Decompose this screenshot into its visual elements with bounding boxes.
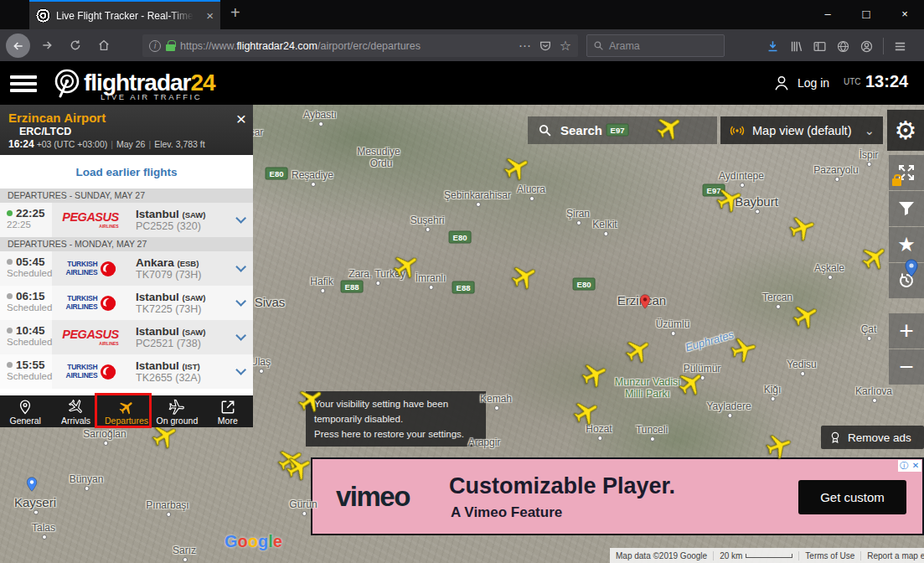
map-view-dropdown[interactable]: Map view (default) ⌄	[720, 116, 883, 144]
tab-on-ground[interactable]: On ground	[152, 395, 202, 427]
tab-more[interactable]: More	[203, 395, 253, 427]
visibility-tooltip[interactable]: Your visibility setting have been tempor…	[306, 391, 486, 447]
flight-time: 15:55Scheduled	[0, 354, 52, 389]
reload-icon	[69, 39, 82, 52]
new-tab-button[interactable]: +	[230, 3, 240, 23]
map-label: Aybastı	[303, 109, 337, 121]
status-dot	[7, 259, 13, 265]
adchoices-info-icon[interactable]: ⓘ	[898, 460, 910, 472]
map-settings-button[interactable]: ⚙	[887, 110, 924, 151]
playback-button[interactable]	[889, 263, 924, 298]
scale-bar	[746, 554, 792, 558]
zoom-in-button[interactable]: +	[889, 313, 924, 349]
pegasus-airlines-logo: PEGASUSAIRLINES	[62, 211, 118, 229]
aircraft-icon[interactable]	[726, 332, 761, 367]
map-label: Yedisu	[787, 359, 817, 370]
map-label: Pınarbaşı	[146, 499, 188, 511]
minus-icon: −	[899, 353, 914, 381]
page-actions-icon[interactable]: ⋯	[519, 39, 531, 54]
window-maximize-button[interactable]: □	[847, 0, 885, 28]
expand-flight-button[interactable]	[225, 265, 253, 272]
browser-search-input[interactable]: Arama	[586, 34, 725, 57]
map-label: Şebinkarahisar	[444, 189, 511, 201]
downloads-icon[interactable]	[766, 39, 780, 54]
map-label: Kayseri	[14, 495, 56, 509]
tab-close-icon[interactable]: ×	[206, 8, 214, 23]
kayseri-pin	[23, 473, 40, 495]
aircraft-icon[interactable]	[784, 209, 821, 246]
fullscreen-button[interactable]	[889, 155, 924, 190]
home-icon	[97, 39, 111, 52]
flight-status: Scheduled	[7, 337, 52, 347]
tab-general[interactable]: General	[0, 395, 50, 427]
window-minimize-button[interactable]: –	[808, 0, 847, 28]
ad-close-icon[interactable]: ✕	[910, 460, 921, 472]
home-button[interactable]	[97, 39, 111, 55]
ad-cta-button[interactable]: Get custom	[798, 480, 906, 514]
sidebar-icon[interactable]	[813, 39, 827, 54]
aircraft-icon[interactable]	[576, 355, 613, 393]
google-logo-letter: g	[258, 532, 268, 550]
globe-icon[interactable]	[836, 39, 850, 54]
url-bar[interactable]: i https://www.flightradar24.com/airport/…	[142, 34, 578, 57]
menu-icon[interactable]	[893, 39, 907, 54]
aircraft-icon[interactable]	[498, 148, 536, 187]
flight-row[interactable]: 15:55ScheduledTURKISHAIRLINESIstanbul (I…	[0, 354, 253, 389]
tab-arrivals[interactable]: Arrivals	[50, 395, 101, 427]
library-icon[interactable]	[789, 39, 803, 54]
flight-time: 22:2522:25	[0, 203, 52, 237]
flight-destination: Istanbul (SAW)PC2521 (738)	[129, 325, 225, 349]
reload-button[interactable]	[69, 39, 82, 55]
turkish-airlines-emblem	[101, 296, 116, 311]
star-icon: ★	[897, 233, 916, 256]
flight-row[interactable]: 10:45ScheduledPEGASUSAIRLINESIstanbul (S…	[0, 320, 253, 354]
search-placeholder: Arama	[609, 40, 640, 52]
chevron-down-icon	[235, 296, 246, 307]
road-badge: E88	[341, 281, 364, 293]
flight-time: 10:45Scheduled	[0, 320, 52, 354]
back-button[interactable]	[6, 34, 30, 58]
remove-ads-button[interactable]: Remove ads	[821, 426, 924, 449]
expand-flight-button[interactable]	[225, 333, 253, 341]
pocket-icon[interactable]	[539, 39, 552, 53]
url-text: https://www.flightradar24.com/airport/er…	[180, 40, 421, 52]
map-label: Karlıova	[855, 385, 892, 397]
fr24-menu-icon[interactable]	[10, 75, 37, 92]
expand-flight-button[interactable]	[225, 216, 253, 224]
zoom-out-button[interactable]: −	[889, 349, 924, 385]
forward-button[interactable]	[40, 39, 54, 55]
expand-flight-button[interactable]	[225, 368, 253, 375]
login-button[interactable]: Log in	[772, 74, 829, 92]
user-icon	[772, 74, 791, 92]
road-badge: E97	[607, 124, 629, 137]
screen: Live Flight Tracker - Real-Time × + – □ …	[0, 0, 924, 563]
flight-number: TK2655 (32A)	[136, 372, 225, 384]
bookmark-star-icon[interactable]: ☆	[560, 38, 571, 54]
aircraft-icon[interactable]	[505, 257, 544, 296]
window-close-button[interactable]: ×	[885, 0, 924, 28]
panel-close-icon[interactable]: ×	[236, 111, 246, 127]
aircraft-icon[interactable]	[618, 330, 658, 369]
departures-highlight-box	[95, 393, 152, 428]
map-label: Bünyan	[70, 473, 104, 485]
flight-row[interactable]: 22:2522:25PEGASUSAIRLINESIstanbul (SAW)P…	[0, 203, 253, 237]
account-icon[interactable]	[859, 39, 874, 54]
beacon-icon	[729, 122, 746, 139]
terms-of-use-link[interactable]: Terms of Use	[799, 551, 861, 560]
flight-row[interactable]: 05:45ScheduledTURKISHAIRLINESAnkara (ESB…	[0, 251, 253, 286]
flight-row[interactable]: 06:15ScheduledTURKISHAIRLINESIstanbul (S…	[0, 286, 253, 320]
bookmarks-button[interactable]: ★	[889, 227, 924, 262]
window-controls: – □ ×	[808, 0, 924, 29]
map-attribution: Map data ©2019 Google 20 km Terms of Use…	[610, 548, 924, 563]
map-label: Aydıntepe	[719, 170, 764, 182]
load-earlier-flights-link[interactable]: Load earlier flights	[0, 155, 253, 189]
filter-button[interactable]	[889, 191, 924, 226]
site-info-icon[interactable]: i	[149, 40, 161, 52]
erzincan-airport-pin[interactable]	[637, 291, 653, 312]
map-label: Gürün	[289, 498, 317, 510]
browser-tab[interactable]: Live Flight Tracker - Real-Time ×	[29, 0, 220, 29]
ad-banner[interactable]: vimeo Customizable Player. A Vimeo Featu…	[311, 457, 924, 535]
expand-flight-button[interactable]	[225, 299, 253, 307]
road-badge: E80	[266, 168, 288, 180]
report-map-error-link[interactable]: Report a map error	[861, 551, 924, 560]
